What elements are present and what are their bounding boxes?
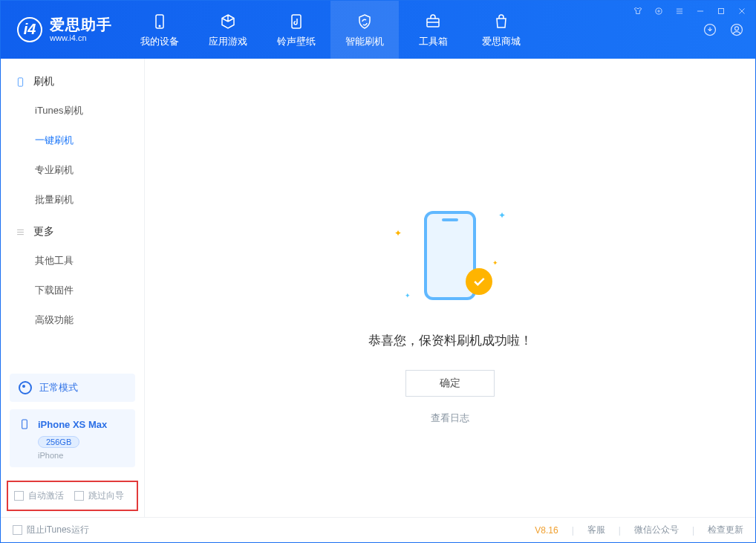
mode-icon [19,381,32,394]
svg-rect-5 [292,15,301,28]
device-capacity: 256GB [38,436,79,448]
toolbox-icon [423,12,443,31]
music-file-icon [287,12,306,31]
window-controls [632,5,748,17]
device-mode-card[interactable]: 正常模式 [10,374,135,402]
sidebar-bottom: 正常模式 iPhone XS Max 256GB iPhone [1,365,144,476]
logo: i4 爱思助手 www.i4.cn [1,16,126,43]
success-illustration: ✦ ✦ ✦ ✦ [394,200,506,311]
tab-apps-games[interactable]: 应用游戏 [194,1,262,59]
minimize-button[interactable] [694,5,706,17]
tab-store[interactable]: 爱思商城 [467,1,535,59]
tab-label: 智能刷机 [345,35,384,48]
cube-icon [218,12,238,31]
device-type: iPhone [38,451,126,460]
app-subtitle: www.i4.cn [50,33,112,43]
list-icon [14,226,26,238]
header-right-icons [702,22,745,38]
checkbox-icon [74,491,84,501]
block-itunes-label: 阻止iTunes运行 [27,524,89,536]
checkbox-icon [13,525,22,535]
sidebar-section-more: 更多 [1,215,144,246]
close-button[interactable] [736,5,748,17]
sparkle-icon: ✦ [492,259,498,267]
phone-small-icon [19,417,30,432]
view-log-link[interactable]: 查看日志 [431,412,469,425]
svg-point-0 [656,8,662,14]
version-label: V8.16 [535,525,558,536]
sidebar-section-label: 刷机 [33,75,54,88]
device-name: iPhone XS Max [38,419,107,430]
sidebar-item-batch-flash[interactable]: 批量刷机 [1,185,144,215]
device-card[interactable]: iPhone XS Max 256GB iPhone [10,409,135,467]
device-icon [14,76,26,88]
tab-ringtone-wallpaper[interactable]: 铃声壁纸 [262,1,330,59]
ok-button[interactable]: 确定 [405,370,495,397]
success-message: 恭喜您，保资料刷机成功啦！ [368,332,532,349]
tshirt-icon[interactable] [632,5,644,17]
tab-label: 爱思商城 [482,35,521,48]
gear-icon[interactable] [653,5,665,17]
checkbox-icon [14,491,24,501]
sparkle-icon: ✦ [498,210,506,221]
auto-activate-label: 自动激活 [28,490,64,502]
svg-rect-2 [719,9,724,14]
tab-my-device[interactable]: 我的设备 [126,1,194,59]
sidebar-item-itunes-flash[interactable]: iTunes刷机 [1,96,144,126]
tab-smart-flash[interactable]: 智能刷机 [330,1,399,59]
nav-tabs: 我的设备 应用游戏 铃声壁纸 智能刷机 工具箱 爱思商城 [126,1,535,59]
sidebar-item-pro-flash[interactable]: 专业刷机 [1,155,144,185]
shield-refresh-icon [355,12,374,31]
block-itunes-checkbox[interactable]: 阻止iTunes运行 [13,524,89,536]
tab-label: 我的设备 [140,35,179,48]
svg-point-1 [658,10,659,12]
logo-icon: i4 [17,17,42,42]
sidebar-item-oneclick-flash[interactable]: 一键刷机 [1,126,144,155]
footer-link-update[interactable]: 检查更新 [708,524,743,536]
sidebar: 刷机 iTunes刷机 一键刷机 专业刷机 批量刷机 更多 其他工具 下载固件 … [1,59,145,517]
sparkle-icon: ✦ [405,292,411,299]
footer-link-wechat[interactable]: 微信公众号 [634,524,679,536]
shopping-bag-icon [492,12,511,31]
app-window: i4 爱思助手 www.i4.cn 我的设备 应用游戏 铃声壁纸 智能刷机 [0,0,756,543]
device-mode-label: 正常模式 [39,381,78,394]
auto-activate-checkbox[interactable]: 自动激活 [14,490,64,502]
sidebar-item-advanced[interactable]: 高级功能 [1,305,144,335]
sidebar-item-download-firmware[interactable]: 下载固件 [1,276,144,305]
svg-rect-11 [22,420,27,429]
tab-toolbox[interactable]: 工具箱 [399,1,467,59]
tab-label: 铃声壁纸 [277,35,316,48]
app-title: 爱思助手 [50,16,112,33]
success-check-icon [466,268,492,295]
tab-label: 应用游戏 [209,35,247,48]
menu-icon[interactable] [674,5,685,17]
skip-wizard-checkbox[interactable]: 跳过向导 [74,490,124,502]
user-icon[interactable] [729,22,745,38]
tab-label: 工具箱 [419,35,448,48]
sidebar-section-label: 更多 [33,225,54,238]
sidebar-item-other-tools[interactable]: 其他工具 [1,246,144,276]
footer: 阻止iTunes运行 V8.16 | 客服 | 微信公众号 | 检查更新 [1,517,755,542]
svg-point-9 [735,27,739,30]
maximize-button[interactable] [715,5,727,17]
footer-link-support[interactable]: 客服 [587,524,605,536]
download-icon[interactable] [702,22,718,38]
svg-point-4 [159,25,160,27]
main-content: ✦ ✦ ✦ ✦ 恭喜您，保资料刷机成功啦！ 确定 查看日志 [145,59,755,517]
header: i4 爱思助手 www.i4.cn 我的设备 应用游戏 铃声壁纸 智能刷机 [1,1,755,59]
svg-rect-10 [18,77,22,85]
sidebar-section-flash: 刷机 [1,65,144,96]
sparkle-icon: ✦ [394,228,402,238]
footer-right: V8.16 | 客服 | 微信公众号 | 检查更新 [535,524,743,536]
phone-icon [150,12,169,31]
skip-wizard-label: 跳过向导 [88,490,124,502]
options-highlight-box: 自动激活 跳过向导 [7,481,138,511]
body: 刷机 iTunes刷机 一键刷机 专业刷机 批量刷机 更多 其他工具 下载固件 … [1,59,755,517]
